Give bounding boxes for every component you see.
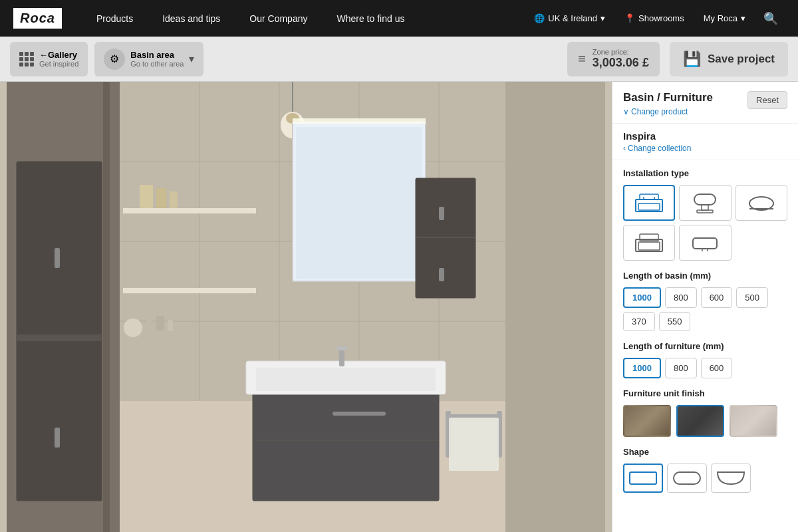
installation-type-options	[623, 185, 787, 261]
install-option-2[interactable]	[679, 185, 731, 221]
showrooms-btn[interactable]: 📍 Showrooms	[616, 0, 692, 37]
finish-dark[interactable]	[676, 405, 724, 437]
svg-rect-46	[449, 414, 502, 418]
svg-rect-40	[253, 441, 439, 501]
svg-rect-12	[103, 82, 110, 532]
chevron-down-icon: ▾	[600, 13, 605, 23]
sidebar-content: Installation type	[612, 160, 798, 532]
svg-rect-18	[123, 208, 256, 213]
globe-icon: 🌐	[534, 13, 545, 23]
toolbar: ←Gallery Get inspired ⚙ Basin area Go to…	[0, 37, 798, 82]
nav-company[interactable]: Our Company	[235, 0, 322, 37]
nav-where[interactable]: Where to find us	[322, 0, 419, 37]
main-nav: Products Ideas and tips Our Company Wher…	[82, 0, 526, 37]
svg-rect-32	[296, 127, 422, 279]
svg-rect-21	[156, 188, 166, 208]
furniture-finish-label: Furniture unit finish	[623, 388, 787, 398]
shape-option-3[interactable]	[711, 464, 751, 493]
basin-length-600[interactable]: 600	[701, 287, 733, 308]
collection-section: Inspira ‹ Change collection	[612, 124, 798, 160]
svg-rect-37	[439, 268, 444, 281]
basin-length-800[interactable]: 800	[665, 287, 697, 308]
basin-length-1000[interactable]: 1000	[623, 287, 661, 308]
my-roca-btn[interactable]: My Roca ▾	[696, 0, 753, 37]
svg-rect-50	[505, 82, 605, 532]
grid-icon	[19, 52, 34, 66]
svg-rect-45	[336, 346, 347, 350]
bathroom-preview	[0, 82, 612, 532]
pin-icon: 📍	[624, 13, 635, 23]
main-area: Basin / Furniture ∨ Change product Reset…	[0, 82, 798, 532]
change-product-link[interactable]: ∨ Change product	[623, 107, 713, 116]
svg-rect-22	[170, 192, 178, 208]
basin-area-button[interactable]: ⚙ Basin area Go to other area ▾	[94, 42, 203, 76]
svg-rect-57	[702, 205, 708, 210]
search-button[interactable]: 🔍	[757, 11, 785, 26]
chevron-down-icon: ▾	[741, 13, 745, 23]
basin-length-label: Length of basin (mm)	[623, 271, 787, 281]
svg-rect-62	[638, 242, 660, 250]
svg-point-23	[124, 319, 142, 337]
svg-rect-64	[693, 238, 717, 249]
svg-rect-24	[146, 318, 153, 331]
svg-rect-55	[640, 194, 658, 200]
furniture-length-800[interactable]: 800	[665, 358, 697, 378]
gallery-button[interactable]: ←Gallery Get inspired	[10, 42, 88, 76]
svg-rect-14	[17, 162, 102, 334]
chevron-down-icon: ∨	[623, 107, 629, 116]
shape-options	[623, 464, 787, 493]
region-selector[interactable]: 🌐 UK & Ireland ▾	[526, 0, 613, 37]
finish-wood[interactable]	[623, 405, 671, 437]
svg-rect-56	[694, 194, 716, 205]
save-project-button[interactable]: 💾 Save project	[670, 42, 788, 76]
svg-rect-34	[416, 178, 475, 237]
svg-rect-44	[339, 348, 344, 366]
shape-option-1[interactable]	[623, 464, 663, 493]
basin-length-370[interactable]: 370	[623, 312, 655, 331]
svg-rect-26	[168, 320, 173, 331]
sidebar-header: Basin / Furniture ∨ Change product Reset	[612, 82, 798, 124]
price-section: ≡ Zone price: 3,003.06 £	[567, 42, 660, 76]
install-option-1[interactable]	[623, 185, 675, 221]
svg-rect-68	[674, 472, 700, 484]
nav-products[interactable]: Products	[82, 0, 148, 37]
header: Roca Products Ideas and tips Our Company…	[0, 0, 798, 37]
svg-rect-19	[123, 288, 256, 293]
change-collection-link[interactable]: ‹ Change collection	[623, 144, 787, 153]
collection-name: Inspira	[623, 130, 787, 142]
svg-rect-58	[697, 210, 713, 213]
svg-rect-15	[17, 341, 102, 501]
basin-length-550[interactable]: 550	[659, 312, 691, 331]
install-option-5[interactable]	[679, 225, 731, 261]
logo[interactable]: Roca	[13, 8, 62, 29]
furniture-length-1000[interactable]: 1000	[623, 358, 661, 378]
svg-rect-41	[332, 412, 386, 416]
svg-rect-31	[293, 118, 426, 124]
finish-light[interactable]	[730, 405, 777, 437]
install-option-4[interactable]	[623, 225, 675, 261]
svg-rect-25	[156, 316, 164, 331]
basin-length-500[interactable]: 500	[736, 287, 768, 308]
svg-rect-20	[140, 185, 153, 208]
install-option-3[interactable]	[735, 185, 787, 221]
header-right: 🌐 UK & Ireland ▾ 📍 Showrooms My Roca ▾ 🔍	[526, 0, 785, 37]
furniture-length-label: Length of furniture (mm)	[623, 341, 787, 351]
basin-length-options: 1000 800 600 500 370 550	[623, 287, 787, 331]
chevron-down-icon: ▾	[189, 53, 194, 65]
svg-rect-16	[55, 248, 60, 268]
svg-rect-35	[416, 238, 475, 298]
sidebar: Basin / Furniture ∨ Change product Reset…	[612, 82, 798, 532]
sidebar-title: Basin / Furniture	[623, 91, 713, 104]
reset-button[interactable]: Reset	[747, 91, 787, 109]
gear-icon: ⚙	[104, 49, 125, 70]
furniture-length-600[interactable]: 600	[701, 358, 733, 378]
svg-rect-52	[638, 203, 660, 210]
svg-rect-17	[55, 428, 60, 448]
save-icon: 💾	[683, 51, 701, 68]
list-icon: ≡	[578, 51, 586, 66]
nav-ideas[interactable]: Ideas and tips	[148, 0, 235, 37]
shape-label: Shape	[623, 447, 787, 457]
shape-option-2[interactable]	[667, 464, 707, 493]
svg-rect-67	[630, 472, 656, 484]
furniture-finish-options	[623, 405, 787, 437]
